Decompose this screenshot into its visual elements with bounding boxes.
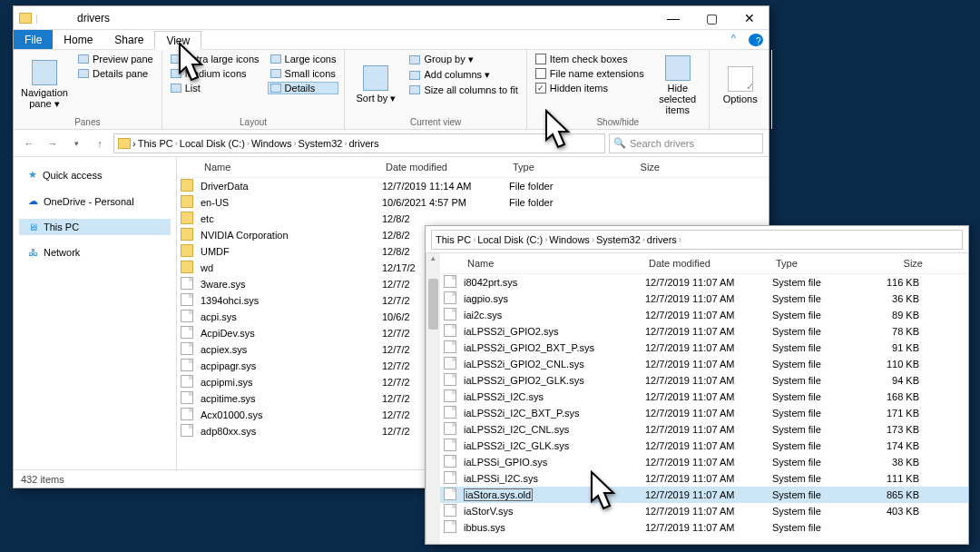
- breadcrumb-item[interactable]: This PC›: [436, 234, 475, 245]
- col-size[interactable]: Size: [600, 161, 663, 173]
- col-date[interactable]: Date modified: [382, 161, 509, 173]
- hide-selected-items-button[interactable]: Hide selected items: [652, 53, 703, 117]
- pane-icon: [32, 60, 57, 85]
- help-button[interactable]: ?: [749, 34, 763, 46]
- address-bar[interactable]: › This PC› Local Disk (C:)› Windows› Sys…: [113, 133, 605, 153]
- explorer-window-2: This PC› Local Disk (C:)› Windows› Syste…: [425, 225, 969, 545]
- scrollbar-left[interactable]: ▴: [426, 253, 440, 544]
- file-row[interactable]: i8042prt.sys12/7/2019 11:07 AMSystem fil…: [440, 274, 968, 291]
- recent-button[interactable]: ▾: [66, 133, 86, 153]
- ribbon: Navigation pane ▾ Preview pane Details p…: [14, 50, 769, 130]
- folder-icon: [181, 228, 193, 241]
- breadcrumb-item[interactable]: System32›: [299, 138, 348, 149]
- file-icon: [444, 439, 456, 451]
- breadcrumb-item[interactable]: Local Disk (C:)›: [477, 234, 547, 245]
- search-placeholder: Search drivers: [630, 138, 694, 149]
- options-icon: ✓: [728, 66, 753, 92]
- breadcrumb-item[interactable]: Local Disk (C:)›: [180, 138, 250, 149]
- file-row[interactable]: ibbus.sys12/7/2019 11:07 AMSystem file: [440, 519, 968, 536]
- file-row[interactable]: iaLPSS2i_I2C_GLK.sys12/7/2019 11:07 AMSy…: [440, 438, 968, 454]
- col-name[interactable]: Name: [464, 257, 645, 270]
- file-extensions-toggle[interactable]: File name extensions: [533, 67, 647, 80]
- breadcrumb-item[interactable]: Windows›: [251, 138, 297, 149]
- titlebar[interactable]: | drivers — ▢ ✕: [14, 6, 769, 30]
- file-row[interactable]: iaStorV.sys12/7/2019 11:07 AMSystem file…: [440, 503, 968, 519]
- ribbon-group-panes: Navigation pane ▾ Preview pane Details p…: [14, 50, 162, 129]
- col-date[interactable]: Date modified: [645, 257, 772, 270]
- details-pane-button[interactable]: Details pane: [75, 67, 156, 80]
- up-button[interactable]: ↑: [90, 133, 110, 153]
- minimize-button[interactable]: —: [654, 6, 692, 30]
- sidebar-quick-access[interactable]: ★Quick access: [19, 166, 171, 183]
- tab-home[interactable]: Home: [53, 30, 103, 49]
- file-icon: [444, 373, 456, 386]
- preview-pane-button[interactable]: Preview pane: [75, 53, 156, 65]
- sidebar-this-pc[interactable]: 🖥This PC: [19, 219, 171, 235]
- breadcrumb-item[interactable]: drivers: [348, 138, 378, 149]
- item-check-boxes-toggle[interactable]: Item check boxes: [533, 53, 647, 65]
- file-row[interactable]: iaLPSS2i_GPIO2_GLK.sys12/7/2019 11:07 AM…: [440, 372, 968, 389]
- file-icon: [181, 277, 193, 290]
- file-row[interactable]: iaLPSS2i_I2C_BXT_P.sys12/7/2019 11:07 AM…: [440, 405, 968, 421]
- file-row[interactable]: iaLPSS2i_GPIO2_BXT_P.sys12/7/2019 11:07 …: [440, 340, 968, 356]
- file-icon: [444, 488, 456, 500]
- options-button[interactable]: ✓ Options: [715, 53, 766, 117]
- col-type[interactable]: Type: [772, 257, 863, 270]
- layout-medium[interactable]: Medium icons: [168, 67, 262, 80]
- file-row[interactable]: DriverData12/7/2019 11:14 AMFile folder: [177, 178, 769, 194]
- file-row[interactable]: en-US10/6/2021 4:57 PMFile folder: [177, 194, 769, 211]
- layout-small[interactable]: Small icons: [268, 67, 339, 80]
- tab-share[interactable]: Share: [103, 30, 154, 49]
- file-row[interactable]: iaLPSS2i_I2C_CNL.sys12/7/2019 11:07 AMSy…: [440, 421, 968, 438]
- star-icon: ★: [28, 169, 37, 181]
- breadcrumb-item[interactable]: This PC›: [138, 138, 178, 149]
- close-button[interactable]: ✕: [730, 6, 769, 30]
- folder-icon: [181, 179, 193, 192]
- layout-details[interactable]: Details: [268, 82, 339, 94]
- layout-list[interactable]: List: [168, 82, 262, 94]
- maximize-button[interactable]: ▢: [692, 6, 730, 30]
- file-row[interactable]: iai2c.sys12/7/2019 11:07 AMSystem file89…: [440, 307, 968, 323]
- file-row[interactable]: iaLPSS2i_GPIO2.sys12/7/2019 11:07 AMSyst…: [440, 323, 968, 340]
- file-row[interactable]: iaLPSS2i_I2C.sys12/7/2019 11:07 AMSystem…: [440, 389, 968, 405]
- item-count: 432 items: [21, 474, 64, 485]
- sort-by-button[interactable]: Sort by ▾: [350, 53, 401, 117]
- col-type[interactable]: Type: [509, 161, 600, 173]
- breadcrumb-item[interactable]: Windows›: [549, 234, 594, 245]
- file-icon: [444, 389, 456, 402]
- file-icon: [181, 293, 193, 306]
- size-all-columns-button[interactable]: Size all columns to fit: [407, 84, 520, 96]
- back-button[interactable]: ←: [19, 133, 39, 153]
- scroll-thumb[interactable]: [428, 279, 438, 330]
- tab-view[interactable]: View: [154, 31, 201, 50]
- layout-extra-large[interactable]: Extra large icons: [168, 53, 262, 65]
- hidden-items-toggle[interactable]: ✓Hidden items: [533, 82, 647, 94]
- tab-file[interactable]: File: [14, 30, 53, 49]
- forward-button[interactable]: →: [43, 133, 63, 153]
- address-bar-2[interactable]: This PC› Local Disk (C:)› Windows› Syste…: [431, 230, 963, 250]
- file-row[interactable]: iaLPSS2i_GPIO2_CNL.sys12/7/2019 11:07 AM…: [440, 356, 968, 372]
- file-icon: [444, 406, 456, 419]
- add-columns-button[interactable]: Add columns ▾: [407, 68, 520, 82]
- breadcrumb-item[interactable]: System32›: [596, 234, 645, 245]
- sidebar-onedrive[interactable]: ☁OneDrive - Personal: [19, 192, 171, 210]
- file-row[interactable]: iaLPSSi_I2C.sys12/7/2019 11:07 AMSystem …: [440, 470, 968, 487]
- file-icon: [181, 326, 193, 339]
- column-headers-2: Name Date modified Type Size: [440, 253, 968, 274]
- file-icon: [444, 308, 456, 320]
- file-row[interactable]: iaLPSSi_GPIO.sys12/7/2019 11:07 AMSystem…: [440, 454, 968, 470]
- search-input[interactable]: 🔍 Search drivers: [609, 133, 763, 153]
- group-by-button[interactable]: Group by ▾: [407, 53, 520, 66]
- breadcrumb-item[interactable]: drivers›: [647, 234, 681, 245]
- sidebar-network[interactable]: 🖧Network: [19, 244, 171, 261]
- file-icon: [444, 455, 456, 468]
- file-row[interactable]: iaStora.sys.old12/7/2019 11:07 AMSystem …: [440, 487, 968, 503]
- file-icon: [444, 291, 456, 304]
- col-size[interactable]: Size: [863, 257, 926, 270]
- layout-large[interactable]: Large icons: [268, 53, 339, 65]
- file-row[interactable]: iagpio.sys12/7/2019 11:07 AMSystem file3…: [440, 291, 968, 307]
- hide-icon: [665, 55, 691, 81]
- navigation-pane-button[interactable]: Navigation pane ▾: [19, 53, 70, 117]
- col-name[interactable]: Name: [201, 161, 382, 173]
- ribbon-toggle[interactable]: ^: [724, 30, 743, 49]
